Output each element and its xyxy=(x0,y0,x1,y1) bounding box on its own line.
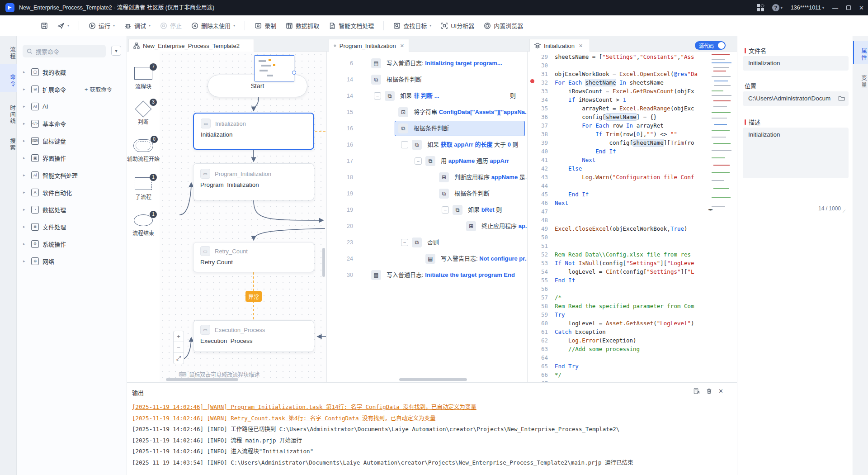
restore-button[interactable] xyxy=(842,0,855,15)
tab-initialization-code[interactable]: Initialization ✕ xyxy=(529,39,590,52)
tab-program-initialization[interactable]: Program_Initialization ✕ xyxy=(329,39,409,52)
code-line[interactable]: 32 For Each sheetName In sheetsName xyxy=(528,78,708,87)
palette-aux-start[interactable]: 0 辅助流程开始 xyxy=(127,139,160,162)
line-number[interactable]: 40 xyxy=(528,147,548,156)
folder-icon[interactable] xyxy=(838,95,845,102)
rail-tab-timeline[interactable]: 时间线 xyxy=(0,102,17,128)
line-number[interactable]: 64 xyxy=(528,353,548,362)
line-number[interactable]: 63 xyxy=(528,345,548,353)
code-line[interactable]: 37 For Each row In arrayRet xyxy=(528,121,708,130)
collapse-icon[interactable]: − xyxy=(401,141,408,148)
close-tab-icon[interactable]: ✕ xyxy=(579,43,583,49)
clear-log-icon[interactable] xyxy=(706,388,712,394)
line-number[interactable]: 51 xyxy=(528,242,548,250)
code-line[interactable]: 31 objExcelWorkBook = Excel.OpenExcel(@r… xyxy=(528,70,708,78)
expand-caret-icon[interactable]: ▸ xyxy=(23,242,28,246)
sidebar-item[interactable]: ▸ ▣ 界面操作 xyxy=(17,149,127,166)
line-number[interactable]: 39 xyxy=(528,138,548,147)
smart-doc-button[interactable]: 智能文档处理 xyxy=(329,21,374,30)
close-output-icon[interactable]: ✕ xyxy=(718,388,723,394)
line-number[interactable]: 62 xyxy=(528,336,548,345)
zoom-out-button[interactable]: − xyxy=(174,342,184,353)
line-number[interactable]: 58 xyxy=(528,302,548,310)
collapse-icon[interactable]: − xyxy=(374,92,381,100)
code-line[interactable]: 61 Catch Exception xyxy=(528,328,708,336)
code-line[interactable]: 59 Try xyxy=(528,310,708,319)
tree-row[interactable]: 15⊡将字符串 ConfigData["Assets"]["appsNa.. xyxy=(327,104,528,120)
code-line[interactable]: 67 xyxy=(528,379,708,382)
exception-badge[interactable]: 异常 xyxy=(245,291,262,302)
tree-row[interactable]: 20⊞终止应用程序 ap.. xyxy=(327,218,528,234)
expand-caret-icon[interactable]: ▸ xyxy=(23,156,28,160)
line-number[interactable]: 67 xyxy=(528,379,548,382)
line-number[interactable]: 38 xyxy=(528,130,548,138)
line-number[interactable]: 43 xyxy=(528,173,548,181)
fit-view-button[interactable]: ⤢ xyxy=(174,353,184,364)
expand-caret-icon[interactable]: ▸ xyxy=(23,224,28,229)
line-number[interactable]: 55 xyxy=(528,276,548,285)
line-number[interactable]: 49 xyxy=(528,224,548,233)
tree-row[interactable]: 17−⧉用 appName 遍历 appArr xyxy=(327,153,528,169)
code-line[interactable]: 38 If Trim(row[0],"") <> "" xyxy=(528,130,708,138)
code-line[interactable]: 62 Log.Error(Exception) xyxy=(528,336,708,345)
code-line[interactable]: 56 xyxy=(528,285,708,293)
line-number[interactable]: 46 xyxy=(528,199,548,207)
code-line[interactable]: 54 logLevel = CInt(config["Settings"]["L xyxy=(528,267,708,276)
line-number[interactable]: 61 xyxy=(528,328,548,336)
tree-row[interactable]: 23−⧉否则 xyxy=(327,234,528,251)
flow-canvas[interactable]: Start ▭Initialization Initialization ▭Pr… xyxy=(160,52,327,382)
expand-caret-icon[interactable]: ▸ xyxy=(23,70,28,74)
tree-row-selected[interactable]: 16⧉根据条件判断 xyxy=(327,120,528,137)
sidebar-item[interactable]: ▸ ◔ 数据处理 xyxy=(17,201,127,218)
rail-tab-process[interactable]: 流程 xyxy=(0,43,17,62)
rail-tab-commands[interactable]: 命令 xyxy=(0,64,17,92)
code-line[interactable]: 48 xyxy=(528,216,708,224)
tab-flowchart[interactable]: New_Enterprise_Process_Template2 xyxy=(128,39,254,52)
code-line[interactable]: 66 */ xyxy=(528,370,708,379)
tree-row[interactable]: 19−⧉如果 bRet 则 xyxy=(327,202,528,218)
record-button[interactable]: 录制 xyxy=(255,21,276,30)
line-number[interactable]: 56 xyxy=(528,285,548,293)
close-button[interactable]: ✕ xyxy=(855,0,868,15)
expand-caret-icon[interactable]: ▸ xyxy=(23,190,28,195)
delete-unused-button[interactable]: 删除未使用▾ xyxy=(191,21,235,30)
find-target-button[interactable]: 查找目标▾ xyxy=(393,21,431,30)
sidebar-item[interactable]: ▸ A 软件自动化 xyxy=(17,184,127,201)
account-menu[interactable]: 136****1011▾ xyxy=(787,0,828,15)
collapse-icon[interactable]: − xyxy=(401,239,408,246)
code-minimap[interactable] xyxy=(711,52,736,256)
expand-caret-icon[interactable]: ▸ xyxy=(23,87,28,91)
code-line[interactable]: 40 End If xyxy=(528,147,708,156)
minimap-handle[interactable] xyxy=(292,71,296,75)
file-name-field[interactable]: Initialization xyxy=(743,56,849,71)
code-line[interactable]: 45 End If xyxy=(528,190,708,199)
code-line[interactable]: 53 If Not IsNull(config["Settings"]["Log… xyxy=(528,259,708,267)
code-line[interactable]: 51 xyxy=(528,242,708,250)
get-commands-link[interactable]: + 获取命令 xyxy=(85,85,112,94)
output-title[interactable]: 输出 xyxy=(132,388,144,397)
save-button[interactable] xyxy=(41,22,48,29)
code-line[interactable]: 63 //Add some processing xyxy=(528,345,708,353)
builtin-browser-button[interactable]: 内置浏览器 xyxy=(484,21,523,30)
tree-row[interactable]: 6▤写入普通日志: Initializing target program... xyxy=(327,55,528,71)
close-tab-icon[interactable]: ✕ xyxy=(400,43,404,49)
location-field[interactable]: C:\Users\Administrator\Docum xyxy=(743,91,849,106)
rail-tab-variables[interactable]: 变量 xyxy=(853,71,868,91)
code-line[interactable]: 33 iRowsCount = Excel.GetRowsCount(objEx xyxy=(528,87,708,95)
code-line[interactable]: 60 logLevel = Asset.GetAsset("LogLevel") xyxy=(528,319,708,328)
code-line[interactable]: 44 xyxy=(528,181,708,190)
line-number[interactable]: 44 xyxy=(528,181,548,190)
code-line[interactable]: 41 Next xyxy=(528,156,708,164)
code-line[interactable]: 29 sheetsName = ["Settings","Constants",… xyxy=(528,52,708,61)
palette-process-end[interactable]: 1 流程结束 xyxy=(127,214,160,237)
sidebar-item[interactable]: ▸ Ai 智能文档处理 xyxy=(17,166,127,184)
expand-caret-icon[interactable]: ▸ xyxy=(23,121,28,126)
sidebar-item[interactable]: ▸ ⌨ 鼠标键盘 xyxy=(17,132,127,149)
breakpoint-icon[interactable] xyxy=(530,79,534,83)
code-line[interactable]: 36 config[sheetName] = {} xyxy=(528,113,708,121)
line-number[interactable]: 29 xyxy=(528,52,548,61)
line-number[interactable]: 47 xyxy=(528,207,548,216)
code-line[interactable]: 58 Rem Read the specified parameter from… xyxy=(528,302,708,310)
line-number[interactable]: 50 xyxy=(528,233,548,242)
palette-decision[interactable]: 3 判断 xyxy=(127,101,160,125)
